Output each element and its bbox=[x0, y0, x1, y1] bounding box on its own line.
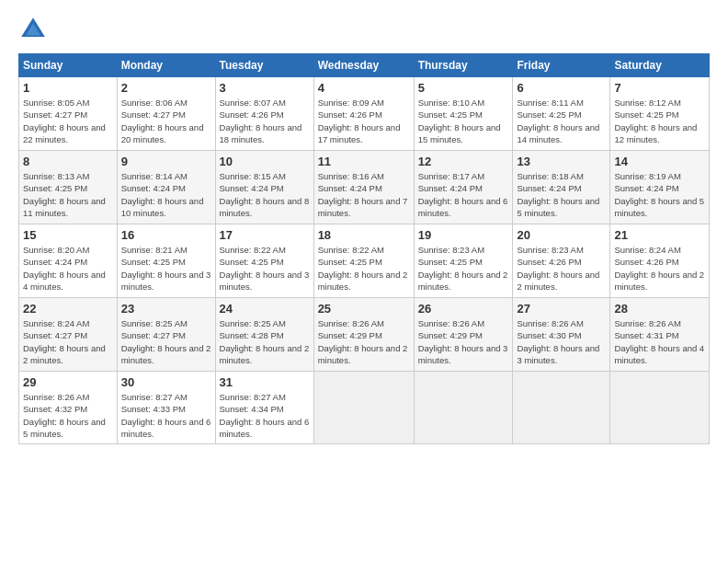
day-number: 1 bbox=[23, 81, 113, 95]
day-number: 7 bbox=[614, 81, 705, 95]
day-info: Sunrise: 8:24 AMSunset: 4:26 PMDaylight:… bbox=[614, 244, 705, 293]
day-number: 14 bbox=[614, 155, 705, 168]
day-info: Sunrise: 8:26 AMSunset: 4:32 PMDaylight:… bbox=[23, 391, 113, 440]
day-number: 11 bbox=[318, 155, 410, 168]
day-info: Sunrise: 8:22 AMSunset: 4:25 PMDaylight:… bbox=[220, 244, 310, 293]
day-number: 29 bbox=[23, 375, 113, 389]
calendar-cell: 11 Sunrise: 8:16 AMSunset: 4:24 PMDaylig… bbox=[313, 151, 414, 224]
calendar-cell: 9 Sunrise: 8:14 AMSunset: 4:24 PMDayligh… bbox=[117, 151, 215, 224]
day-info: Sunrise: 8:14 AMSunset: 4:24 PMDaylight:… bbox=[121, 170, 211, 219]
day-info: Sunrise: 8:23 AMSunset: 4:25 PMDaylight:… bbox=[418, 244, 509, 293]
calendar-cell: 24 Sunrise: 8:25 AMSunset: 4:28 PMDaylig… bbox=[215, 298, 313, 372]
day-number: 9 bbox=[121, 155, 211, 168]
day-info: Sunrise: 8:15 AMSunset: 4:24 PMDaylight:… bbox=[220, 170, 310, 219]
calendar-cell: 19 Sunrise: 8:23 AMSunset: 4:25 PMDaylig… bbox=[414, 224, 513, 298]
day-number: 27 bbox=[517, 302, 606, 316]
calendar-cell: 22 Sunrise: 8:24 AMSunset: 4:27 PMDaylig… bbox=[19, 298, 118, 372]
day-header-saturday: Saturday bbox=[610, 54, 710, 77]
day-info: Sunrise: 8:21 AMSunset: 4:25 PMDaylight:… bbox=[121, 244, 211, 293]
calendar-cell: 30 Sunrise: 8:27 AMSunset: 4:33 PMDaylig… bbox=[117, 372, 215, 444]
day-info: Sunrise: 8:26 AMSunset: 4:30 PMDaylight:… bbox=[517, 317, 606, 366]
day-info: Sunrise: 8:10 AMSunset: 4:25 PMDaylight:… bbox=[418, 97, 509, 145]
calendar-cell: 5 Sunrise: 8:10 AMSunset: 4:25 PMDayligh… bbox=[414, 77, 513, 151]
day-number: 20 bbox=[517, 228, 606, 242]
calendar-page: SundayMondayTuesdayWednesdayThursdayFrid… bbox=[0, 0, 728, 563]
calendar-week-2: 8 Sunrise: 8:13 AMSunset: 4:25 PMDayligh… bbox=[19, 151, 710, 224]
calendar-cell bbox=[513, 372, 610, 444]
logo-icon bbox=[18, 15, 48, 44]
day-info: Sunrise: 8:25 AMSunset: 4:27 PMDaylight:… bbox=[121, 317, 211, 366]
day-number: 2 bbox=[121, 81, 211, 95]
calendar-cell: 21 Sunrise: 8:24 AMSunset: 4:26 PMDaylig… bbox=[610, 224, 710, 298]
calendar-cell bbox=[313, 372, 414, 444]
day-info: Sunrise: 8:19 AMSunset: 4:24 PMDaylight:… bbox=[614, 170, 705, 219]
day-info: Sunrise: 8:27 AMSunset: 4:33 PMDaylight:… bbox=[121, 391, 211, 440]
day-info: Sunrise: 8:12 AMSunset: 4:25 PMDaylight:… bbox=[614, 97, 705, 145]
day-number: 19 bbox=[418, 228, 509, 242]
calendar-cell: 12 Sunrise: 8:17 AMSunset: 4:24 PMDaylig… bbox=[414, 151, 513, 224]
calendar-cell: 6 Sunrise: 8:11 AMSunset: 4:25 PMDayligh… bbox=[513, 77, 610, 151]
day-header-sunday: Sunday bbox=[19, 54, 118, 77]
day-number: 15 bbox=[23, 228, 113, 242]
calendar-cell: 2 Sunrise: 8:06 AMSunset: 4:27 PMDayligh… bbox=[117, 77, 215, 151]
day-info: Sunrise: 8:18 AMSunset: 4:24 PMDaylight:… bbox=[517, 170, 606, 219]
day-header-friday: Friday bbox=[513, 54, 610, 77]
calendar-cell: 29 Sunrise: 8:26 AMSunset: 4:32 PMDaylig… bbox=[19, 372, 118, 444]
page-header bbox=[18, 15, 710, 44]
calendar-cell: 7 Sunrise: 8:12 AMSunset: 4:25 PMDayligh… bbox=[610, 77, 710, 151]
day-info: Sunrise: 8:20 AMSunset: 4:24 PMDaylight:… bbox=[23, 244, 113, 293]
calendar-week-4: 22 Sunrise: 8:24 AMSunset: 4:27 PMDaylig… bbox=[19, 298, 710, 372]
calendar-table: SundayMondayTuesdayWednesdayThursdayFrid… bbox=[18, 53, 710, 444]
day-info: Sunrise: 8:23 AMSunset: 4:26 PMDaylight:… bbox=[517, 244, 606, 293]
day-number: 10 bbox=[220, 155, 310, 168]
calendar-cell bbox=[610, 372, 710, 444]
logo bbox=[18, 15, 53, 44]
day-number: 16 bbox=[121, 228, 211, 242]
day-info: Sunrise: 8:26 AMSunset: 4:31 PMDaylight:… bbox=[614, 317, 705, 366]
calendar-cell: 18 Sunrise: 8:22 AMSunset: 4:25 PMDaylig… bbox=[313, 224, 414, 298]
day-info: Sunrise: 8:16 AMSunset: 4:24 PMDaylight:… bbox=[318, 170, 410, 219]
calendar-cell: 3 Sunrise: 8:07 AMSunset: 4:26 PMDayligh… bbox=[215, 77, 313, 151]
day-number: 13 bbox=[517, 155, 606, 168]
day-number: 8 bbox=[23, 155, 113, 168]
day-number: 22 bbox=[23, 302, 113, 316]
calendar-cell bbox=[414, 372, 513, 444]
day-info: Sunrise: 8:22 AMSunset: 4:25 PMDaylight:… bbox=[318, 244, 410, 293]
calendar-cell: 27 Sunrise: 8:26 AMSunset: 4:30 PMDaylig… bbox=[513, 298, 610, 372]
day-number: 3 bbox=[220, 81, 310, 95]
calendar-cell: 14 Sunrise: 8:19 AMSunset: 4:24 PMDaylig… bbox=[610, 151, 710, 224]
calendar-cell: 23 Sunrise: 8:25 AMSunset: 4:27 PMDaylig… bbox=[117, 298, 215, 372]
calendar-cell: 4 Sunrise: 8:09 AMSunset: 4:26 PMDayligh… bbox=[313, 77, 414, 151]
day-info: Sunrise: 8:26 AMSunset: 4:29 PMDaylight:… bbox=[318, 317, 410, 366]
calendar-header-row: SundayMondayTuesdayWednesdayThursdayFrid… bbox=[19, 54, 710, 77]
day-number: 26 bbox=[418, 302, 509, 316]
day-number: 4 bbox=[318, 81, 410, 95]
day-header-wednesday: Wednesday bbox=[313, 54, 414, 77]
day-info: Sunrise: 8:24 AMSunset: 4:27 PMDaylight:… bbox=[23, 317, 113, 366]
calendar-cell: 1 Sunrise: 8:05 AMSunset: 4:27 PMDayligh… bbox=[19, 77, 118, 151]
day-info: Sunrise: 8:05 AMSunset: 4:27 PMDaylight:… bbox=[23, 97, 113, 145]
calendar-cell: 13 Sunrise: 8:18 AMSunset: 4:24 PMDaylig… bbox=[513, 151, 610, 224]
day-info: Sunrise: 8:27 AMSunset: 4:34 PMDaylight:… bbox=[220, 391, 310, 440]
calendar-cell: 25 Sunrise: 8:26 AMSunset: 4:29 PMDaylig… bbox=[313, 298, 414, 372]
day-number: 21 bbox=[614, 228, 705, 242]
day-number: 23 bbox=[121, 302, 211, 316]
day-number: 12 bbox=[418, 155, 509, 168]
day-header-thursday: Thursday bbox=[414, 54, 513, 77]
calendar-week-1: 1 Sunrise: 8:05 AMSunset: 4:27 PMDayligh… bbox=[19, 77, 710, 151]
calendar-cell: 17 Sunrise: 8:22 AMSunset: 4:25 PMDaylig… bbox=[215, 224, 313, 298]
day-info: Sunrise: 8:26 AMSunset: 4:29 PMDaylight:… bbox=[418, 317, 509, 366]
calendar-cell: 8 Sunrise: 8:13 AMSunset: 4:25 PMDayligh… bbox=[19, 151, 118, 224]
day-header-monday: Monday bbox=[117, 54, 215, 77]
day-number: 28 bbox=[614, 302, 705, 316]
day-number: 17 bbox=[220, 228, 310, 242]
day-number: 25 bbox=[318, 302, 410, 316]
calendar-cell: 31 Sunrise: 8:27 AMSunset: 4:34 PMDaylig… bbox=[215, 372, 313, 444]
calendar-cell: 10 Sunrise: 8:15 AMSunset: 4:24 PMDaylig… bbox=[215, 151, 313, 224]
day-number: 30 bbox=[121, 375, 211, 389]
calendar-cell: 26 Sunrise: 8:26 AMSunset: 4:29 PMDaylig… bbox=[414, 298, 513, 372]
day-number: 31 bbox=[220, 375, 310, 389]
calendar-week-5: 29 Sunrise: 8:26 AMSunset: 4:32 PMDaylig… bbox=[19, 372, 710, 444]
day-info: Sunrise: 8:25 AMSunset: 4:28 PMDaylight:… bbox=[220, 317, 310, 366]
day-info: Sunrise: 8:09 AMSunset: 4:26 PMDaylight:… bbox=[318, 97, 410, 145]
